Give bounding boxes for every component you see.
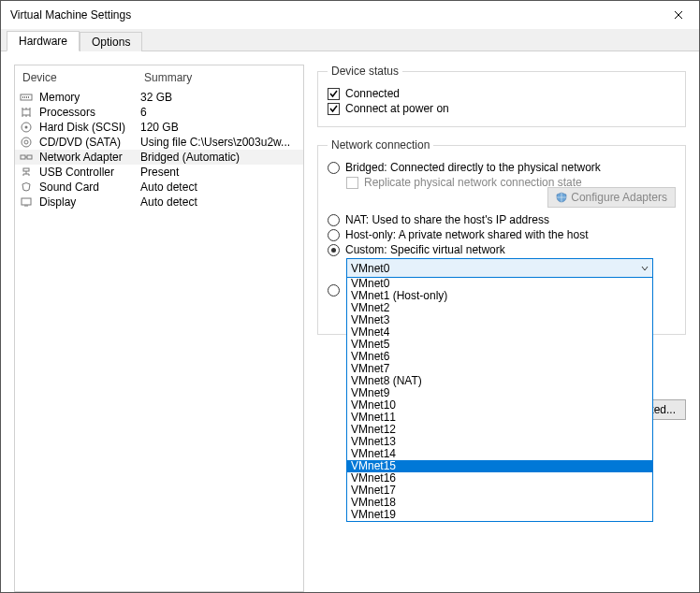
device-icon: [19, 121, 34, 134]
vmnet-option[interactable]: VMnet5: [347, 339, 652, 351]
configure-adapters-button: Configure Adapters: [547, 187, 676, 208]
device-row[interactable]: Processors6: [15, 105, 303, 120]
device-summary: Present: [140, 166, 299, 179]
close-button[interactable]: [657, 1, 699, 29]
close-icon: [674, 10, 683, 20]
tab-options[interactable]: Options: [80, 32, 142, 51]
hostonly-label: Host-only: A private network shared with…: [345, 228, 588, 241]
vmnet-combobox[interactable]: VMnet0 VMnet0VMnet1 (Host-only)VMnet2VMn…: [346, 258, 653, 278]
device-name: Network Adapter: [37, 151, 140, 164]
replicate-label: Replicate physical network connection st…: [364, 176, 582, 189]
window-title: Virtual Machine Settings: [10, 8, 131, 22]
device-summary: 32 GB: [140, 91, 299, 104]
vmnet-option[interactable]: VMnet1 (Host-only): [347, 290, 652, 302]
shield-icon: [556, 192, 567, 203]
bridged-label: Bridged: Connected directly to the physi…: [345, 161, 601, 174]
vmnet-option[interactable]: VMnet4: [347, 326, 652, 339]
device-icon: [19, 195, 34, 209]
device-summary: Using file C:\Users\z003u2w...: [140, 136, 299, 149]
connect-poweron-label: Connect at power on: [345, 102, 449, 115]
network-connection-legend: Network connection: [328, 138, 433, 152]
titlebar: Virtual Machine Settings: [1, 1, 699, 29]
device-icon: [19, 106, 34, 119]
device-icon: [19, 91, 34, 104]
svg-rect-5: [22, 109, 30, 115]
device-summary: Auto detect: [140, 181, 299, 194]
connect-poweron-checkbox[interactable]: [328, 103, 340, 115]
radio-custom[interactable]: [328, 244, 340, 256]
svg-rect-2: [24, 96, 25, 98]
header-device: Device: [22, 71, 144, 84]
chevron-down-icon: [641, 262, 649, 275]
device-name: Display: [37, 195, 140, 209]
device-row[interactable]: Sound CardAuto detect: [15, 180, 303, 195]
svg-rect-16: [21, 155, 25, 159]
nat-label: NAT: Used to share the host's IP address: [345, 213, 549, 226]
device-rows: Memory32 GBProcessors6Hard Disk (SCSI)12…: [15, 90, 303, 210]
check-icon: [328, 89, 339, 99]
device-summary: Auto detect: [140, 195, 299, 209]
svg-rect-4: [28, 96, 29, 98]
device-icon: [19, 136, 34, 149]
vmnet-combobox-display[interactable]: VMnet0: [346, 258, 653, 278]
vmnet-option[interactable]: VMnet2: [347, 302, 652, 314]
vmnet-option[interactable]: VMnet19: [347, 509, 652, 521]
radio-nat[interactable]: [328, 214, 340, 226]
device-icon: [19, 181, 34, 194]
device-row[interactable]: Memory32 GB: [15, 90, 303, 105]
device-status-legend: Device status: [328, 65, 402, 78]
device-row[interactable]: USB ControllerPresent: [15, 165, 303, 180]
svg-point-14: [22, 137, 31, 147]
right-panel: Device status Connected Connect at power…: [317, 65, 686, 592]
vmnet-option[interactable]: VMnet6: [347, 351, 652, 363]
svg-rect-19: [23, 168, 29, 171]
network-connection-group: Network connection Bridged: Connected di…: [317, 138, 686, 335]
radio-lan[interactable]: [328, 284, 340, 296]
svg-rect-1: [22, 96, 23, 98]
connected-label: Connected: [345, 87, 400, 100]
device-row[interactable]: CD/DVD (SATA)Using file C:\Users\z003u2w…: [15, 135, 303, 150]
device-name: USB Controller: [37, 166, 140, 179]
content-area: Device Summary Memory32 GBProcessors6Har…: [1, 51, 699, 592]
vmnet-option[interactable]: VMnet3: [347, 314, 652, 326]
connected-checkbox[interactable]: [328, 88, 340, 100]
device-row[interactable]: Hard Disk (SCSI)120 GB: [15, 120, 303, 135]
device-list-panel: Device Summary Memory32 GBProcessors6Har…: [14, 65, 304, 592]
device-row[interactable]: Network AdapterBridged (Automatic): [15, 150, 303, 165]
device-status-group: Device status Connected Connect at power…: [317, 65, 686, 127]
device-name: Sound Card: [37, 181, 140, 194]
custom-label: Custom: Specific virtual network: [345, 243, 505, 256]
tab-hardware[interactable]: Hardware: [7, 31, 80, 51]
device-name: Processors: [37, 106, 140, 119]
svg-point-13: [25, 126, 28, 129]
header-summary: Summary: [144, 71, 192, 84]
vmnet-dropdown-list[interactable]: VMnet0VMnet1 (Host-only)VMnet2VMnet3VMne…: [346, 278, 653, 522]
device-name: Memory: [37, 91, 140, 104]
vm-settings-window: Virtual Machine Settings Hardware Option…: [0, 0, 700, 593]
vmnet-selected: VMnet0: [351, 262, 389, 275]
svg-rect-3: [26, 96, 27, 98]
svg-rect-24: [22, 198, 31, 205]
device-summary: 6: [140, 106, 299, 119]
svg-point-15: [24, 140, 28, 144]
vmnet-option[interactable]: VMnet8 (NAT): [347, 375, 652, 387]
device-summary: Bridged (Automatic): [140, 151, 299, 164]
device-list-header: Device Summary: [15, 65, 303, 90]
device-name: Hard Disk (SCSI): [37, 121, 140, 134]
radio-hostonly[interactable]: [328, 229, 340, 241]
device-icon: [19, 166, 34, 179]
svg-rect-17: [27, 155, 32, 159]
device-icon: [19, 151, 34, 164]
check-icon: [328, 104, 339, 114]
tabstrip: Hardware Options: [1, 29, 699, 51]
radio-bridged[interactable]: [328, 162, 340, 174]
device-row[interactable]: DisplayAuto detect: [15, 195, 303, 210]
replicate-checkbox: [346, 177, 358, 189]
device-summary: 120 GB: [140, 121, 299, 134]
device-name: CD/DVD (SATA): [37, 136, 140, 149]
